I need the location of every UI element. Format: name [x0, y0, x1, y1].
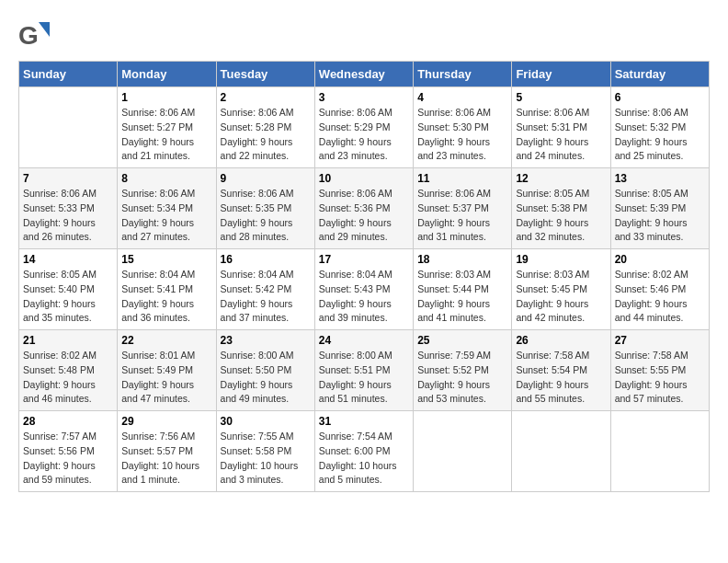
day-number: 17: [319, 253, 409, 266]
calendar-cell: 30Sunrise: 7:55 AMSunset: 5:58 PMDayligh…: [216, 411, 314, 492]
day-info: Sunrise: 8:06 AMSunset: 5:29 PMDaylight:…: [319, 106, 409, 164]
day-info: Sunrise: 8:02 AMSunset: 5:46 PMDaylight:…: [615, 268, 705, 326]
calendar-cell: 16Sunrise: 8:04 AMSunset: 5:42 PMDayligh…: [216, 249, 314, 330]
day-info: Sunrise: 8:00 AMSunset: 5:51 PMDaylight:…: [319, 349, 409, 407]
calendar-cell: [610, 411, 709, 492]
day-info: Sunrise: 7:58 AMSunset: 5:54 PMDaylight:…: [516, 349, 606, 407]
day-number: 10: [319, 172, 409, 185]
calendar-cell: [512, 411, 610, 492]
day-info: Sunrise: 7:59 AMSunset: 5:52 PMDaylight:…: [417, 349, 507, 407]
calendar-cell: 2Sunrise: 8:06 AMSunset: 5:28 PMDaylight…: [216, 87, 314, 168]
day-number: 26: [516, 334, 606, 347]
day-info: Sunrise: 7:54 AMSunset: 6:00 PMDaylight:…: [319, 430, 409, 488]
calendar-cell: 15Sunrise: 8:04 AMSunset: 5:41 PMDayligh…: [118, 249, 216, 330]
column-header-sunday: Sunday: [19, 62, 118, 87]
day-info: Sunrise: 8:05 AMSunset: 5:39 PMDaylight:…: [615, 187, 705, 245]
day-number: 3: [319, 91, 409, 104]
calendar-cell: [414, 411, 512, 492]
calendar-cell: 3Sunrise: 8:06 AMSunset: 5:29 PMDaylight…: [314, 87, 413, 168]
day-number: 8: [121, 172, 211, 185]
column-header-wednesday: Wednesday: [314, 62, 413, 87]
svg-text:G: G: [18, 21, 39, 50]
day-info: Sunrise: 7:57 AMSunset: 5:56 PMDaylight:…: [23, 430, 113, 488]
day-number: 24: [319, 334, 409, 347]
calendar-cell: 10Sunrise: 8:06 AMSunset: 5:36 PMDayligh…: [314, 168, 413, 249]
calendar-cell: 27Sunrise: 7:58 AMSunset: 5:55 PMDayligh…: [610, 330, 709, 411]
column-header-thursday: Thursday: [414, 62, 512, 87]
calendar-cell: 25Sunrise: 7:59 AMSunset: 5:52 PMDayligh…: [414, 330, 512, 411]
column-header-saturday: Saturday: [610, 62, 709, 87]
day-number: 14: [23, 253, 113, 266]
day-info: Sunrise: 8:06 AMSunset: 5:35 PMDaylight:…: [221, 187, 311, 245]
day-number: 11: [417, 172, 507, 185]
calendar-table: SundayMondayTuesdayWednesdayThursdayFrid…: [18, 61, 710, 492]
day-number: 27: [615, 334, 705, 347]
day-info: Sunrise: 8:01 AMSunset: 5:49 PMDaylight:…: [121, 349, 211, 407]
day-number: 16: [221, 253, 311, 266]
day-info: Sunrise: 8:06 AMSunset: 5:34 PMDaylight:…: [121, 187, 211, 245]
day-number: 22: [121, 334, 211, 347]
day-number: 23: [221, 334, 311, 347]
calendar-week-2: 7Sunrise: 8:06 AMSunset: 5:33 PMDaylight…: [19, 168, 710, 249]
calendar-cell: 11Sunrise: 8:06 AMSunset: 5:37 PMDayligh…: [414, 168, 512, 249]
calendar-cell: 9Sunrise: 8:06 AMSunset: 5:35 PMDaylight…: [216, 168, 314, 249]
calendar-cell: 24Sunrise: 8:00 AMSunset: 5:51 PMDayligh…: [314, 330, 413, 411]
day-number: 31: [319, 415, 409, 428]
day-info: Sunrise: 7:56 AMSunset: 5:57 PMDaylight:…: [121, 430, 211, 488]
calendar-header-row: SundayMondayTuesdayWednesdayThursdayFrid…: [19, 62, 710, 87]
day-info: Sunrise: 8:05 AMSunset: 5:40 PMDaylight:…: [23, 268, 113, 326]
day-info: Sunrise: 8:06 AMSunset: 5:37 PMDaylight:…: [417, 187, 507, 245]
day-number: 9: [221, 172, 311, 185]
day-info: Sunrise: 8:06 AMSunset: 5:30 PMDaylight:…: [417, 106, 507, 164]
day-info: Sunrise: 8:06 AMSunset: 5:28 PMDaylight:…: [221, 106, 311, 164]
column-header-friday: Friday: [512, 62, 610, 87]
day-info: Sunrise: 8:04 AMSunset: 5:41 PMDaylight:…: [121, 268, 211, 326]
calendar-week-1: 1Sunrise: 8:06 AMSunset: 5:27 PMDaylight…: [19, 87, 710, 168]
day-number: 1: [121, 91, 211, 104]
calendar-cell: 7Sunrise: 8:06 AMSunset: 5:33 PMDaylight…: [19, 168, 118, 249]
calendar-cell: 31Sunrise: 7:54 AMSunset: 6:00 PMDayligh…: [314, 411, 413, 492]
day-info: Sunrise: 8:00 AMSunset: 5:50 PMDaylight:…: [221, 349, 311, 407]
day-number: 15: [121, 253, 211, 266]
day-info: Sunrise: 7:55 AMSunset: 5:58 PMDaylight:…: [221, 430, 311, 488]
page-header: G: [18, 18, 710, 52]
calendar-cell: 29Sunrise: 7:56 AMSunset: 5:57 PMDayligh…: [118, 411, 216, 492]
calendar-cell: 1Sunrise: 8:06 AMSunset: 5:27 PMDaylight…: [118, 87, 216, 168]
calendar-cell: 18Sunrise: 8:03 AMSunset: 5:44 PMDayligh…: [414, 249, 512, 330]
calendar-cell: 6Sunrise: 8:06 AMSunset: 5:32 PMDaylight…: [610, 87, 709, 168]
day-number: 2: [221, 91, 311, 104]
day-number: 19: [516, 253, 606, 266]
day-number: 12: [516, 172, 606, 185]
day-number: 29: [121, 415, 211, 428]
calendar-cell: 22Sunrise: 8:01 AMSunset: 5:49 PMDayligh…: [118, 330, 216, 411]
day-info: Sunrise: 8:06 AMSunset: 5:27 PMDaylight:…: [121, 106, 211, 164]
day-number: 4: [417, 91, 507, 104]
calendar-week-5: 28Sunrise: 7:57 AMSunset: 5:56 PMDayligh…: [19, 411, 710, 492]
day-number: 18: [417, 253, 507, 266]
calendar-cell: 14Sunrise: 8:05 AMSunset: 5:40 PMDayligh…: [19, 249, 118, 330]
day-info: Sunrise: 8:04 AMSunset: 5:42 PMDaylight:…: [221, 268, 311, 326]
day-number: 21: [23, 334, 113, 347]
calendar-cell: 23Sunrise: 8:00 AMSunset: 5:50 PMDayligh…: [216, 330, 314, 411]
calendar-cell: 5Sunrise: 8:06 AMSunset: 5:31 PMDaylight…: [512, 87, 610, 168]
day-number: 6: [615, 91, 705, 104]
day-number: 7: [23, 172, 113, 185]
calendar-cell: 12Sunrise: 8:05 AMSunset: 5:38 PMDayligh…: [512, 168, 610, 249]
day-info: Sunrise: 8:06 AMSunset: 5:33 PMDaylight:…: [23, 187, 113, 245]
calendar-cell: [19, 87, 118, 168]
column-header-tuesday: Tuesday: [216, 62, 314, 87]
day-number: 30: [221, 415, 311, 428]
day-info: Sunrise: 7:58 AMSunset: 5:55 PMDaylight:…: [615, 349, 705, 407]
calendar-cell: 20Sunrise: 8:02 AMSunset: 5:46 PMDayligh…: [610, 249, 709, 330]
day-number: 13: [615, 172, 705, 185]
day-number: 28: [23, 415, 113, 428]
day-number: 25: [417, 334, 507, 347]
logo: G: [18, 18, 55, 52]
calendar-cell: 4Sunrise: 8:06 AMSunset: 5:30 PMDaylight…: [414, 87, 512, 168]
column-header-monday: Monday: [118, 62, 216, 87]
calendar-cell: 19Sunrise: 8:03 AMSunset: 5:45 PMDayligh…: [512, 249, 610, 330]
day-info: Sunrise: 8:03 AMSunset: 5:44 PMDaylight:…: [417, 268, 507, 326]
day-info: Sunrise: 8:03 AMSunset: 5:45 PMDaylight:…: [516, 268, 606, 326]
day-info: Sunrise: 8:02 AMSunset: 5:48 PMDaylight:…: [23, 349, 113, 407]
calendar-cell: 8Sunrise: 8:06 AMSunset: 5:34 PMDaylight…: [118, 168, 216, 249]
